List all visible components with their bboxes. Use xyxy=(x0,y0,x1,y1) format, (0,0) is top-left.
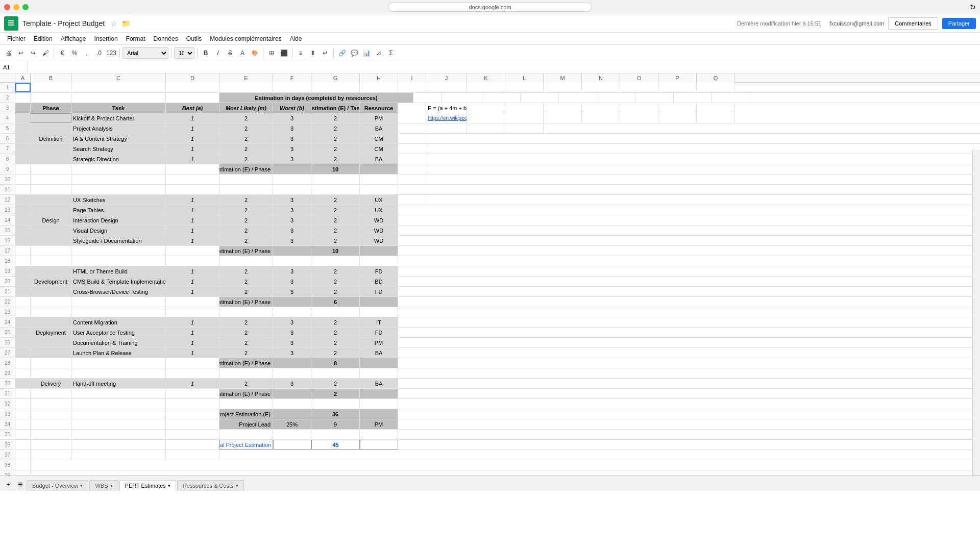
cell-g35[interactable] xyxy=(311,430,360,439)
cell-g32[interactable] xyxy=(311,399,360,409)
cell-a24[interactable] xyxy=(15,317,31,327)
cell-c32[interactable] xyxy=(71,399,166,409)
cell-i10[interactable] xyxy=(398,174,426,184)
cell-i9[interactable] xyxy=(398,164,426,174)
cell-a20[interactable] xyxy=(15,277,31,286)
cell-a36[interactable] xyxy=(15,440,31,449)
cell-l2[interactable] xyxy=(521,93,559,103)
window-controls[interactable] xyxy=(4,4,29,10)
cell-g23[interactable] xyxy=(311,307,360,317)
format-num-btn[interactable]: 123 xyxy=(106,47,117,59)
fill-color-btn[interactable]: 🎨 xyxy=(249,47,260,59)
cell-b17[interactable] xyxy=(31,246,71,256)
cell-h29[interactable] xyxy=(360,368,398,378)
cell-a35[interactable] xyxy=(15,430,31,439)
undo-btn[interactable]: ↩ xyxy=(15,47,27,59)
cell-f17[interactable] xyxy=(273,246,311,256)
cell-c9[interactable] xyxy=(71,164,166,174)
cell-n3[interactable] xyxy=(582,103,620,113)
maximize-button[interactable] xyxy=(22,4,29,10)
cell-k4[interactable] xyxy=(467,113,505,123)
align-btn[interactable]: ≡ xyxy=(295,47,306,59)
cell-a22[interactable] xyxy=(15,297,31,307)
cell-e32[interactable] xyxy=(219,399,273,409)
cell-p2[interactable] xyxy=(674,93,712,103)
cell-d22[interactable] xyxy=(166,297,219,307)
link-btn[interactable]: 🔗 xyxy=(336,47,348,59)
cell-m3[interactable] xyxy=(544,103,582,113)
cell-c23[interactable] xyxy=(71,307,166,317)
cell-m1[interactable] xyxy=(544,83,582,92)
cell-e23[interactable] xyxy=(219,307,273,317)
sheets-menu-button[interactable]: ≡ xyxy=(14,479,27,491)
cell-c18[interactable] xyxy=(71,256,166,266)
cell-b2[interactable] xyxy=(31,93,71,103)
col-header-m[interactable]: M xyxy=(544,73,582,83)
cell-a15[interactable] xyxy=(15,226,31,235)
col-header-i[interactable]: I xyxy=(398,73,426,83)
cell-f36[interactable] xyxy=(273,440,311,449)
cell-b31[interactable] xyxy=(31,389,71,398)
cell-c1[interactable] xyxy=(71,83,166,92)
cell-o1[interactable] xyxy=(620,83,658,92)
cell-b22[interactable] xyxy=(31,297,71,307)
tab-budget-chevron[interactable]: ▾ xyxy=(80,483,83,488)
cell-j5[interactable] xyxy=(426,123,467,133)
cell-h11[interactable] xyxy=(360,185,398,194)
tab-wbs[interactable]: WBS ▾ xyxy=(89,480,118,491)
cell-q3[interactable] xyxy=(697,103,735,113)
borders-btn[interactable]: ⊞ xyxy=(266,47,277,59)
cell-c34[interactable] xyxy=(71,419,166,429)
comment-btn[interactable]: 💬 xyxy=(349,47,360,59)
function-btn[interactable]: Σ xyxy=(385,47,397,59)
cell-c28[interactable] xyxy=(71,358,166,368)
cell-e1[interactable] xyxy=(219,83,273,92)
cell-h31[interactable] xyxy=(360,389,398,398)
cell-e10[interactable] xyxy=(219,174,273,184)
tab-wbs-chevron[interactable]: ▾ xyxy=(110,483,113,488)
cell-n2[interactable] xyxy=(597,93,635,103)
percent-btn[interactable]: % xyxy=(69,47,80,59)
cell-o3[interactable] xyxy=(620,103,658,113)
cell-b8[interactable] xyxy=(31,154,71,164)
cell-f35[interactable] xyxy=(273,430,311,439)
cell-e18[interactable] xyxy=(219,256,273,266)
cell-a31[interactable] xyxy=(15,389,31,398)
cell-a18[interactable] xyxy=(15,256,31,266)
cell-b36[interactable] xyxy=(31,440,71,449)
cell-j2[interactable] xyxy=(442,93,482,103)
cell-p4[interactable] xyxy=(658,113,697,123)
cell-a26[interactable] xyxy=(15,338,31,347)
col-header-k[interactable]: K xyxy=(467,73,505,83)
cell-b23[interactable] xyxy=(31,307,71,317)
menu-modules[interactable]: Modules complémentaires xyxy=(206,34,285,43)
cell-j3[interactable]: E = (a + 4m + b) / 6 xyxy=(426,103,467,113)
cell-b18[interactable] xyxy=(31,256,71,266)
font-size-select[interactable]: 10 xyxy=(174,47,194,59)
cell-o2[interactable] xyxy=(635,93,674,103)
col-header-o[interactable]: O xyxy=(620,73,658,83)
cell-m4[interactable] xyxy=(544,113,582,123)
cell-a28[interactable] xyxy=(15,358,31,368)
cell-d2[interactable] xyxy=(166,93,219,103)
cell-k2[interactable] xyxy=(482,93,521,103)
cell-h17[interactable] xyxy=(360,246,398,256)
menu-affichage[interactable]: Affichage xyxy=(57,34,90,43)
cell-a3[interactable] xyxy=(15,103,31,113)
cell-b26[interactable] xyxy=(31,338,71,347)
cell-d36[interactable] xyxy=(166,440,219,449)
cell-i7[interactable] xyxy=(398,144,426,154)
cell-l5[interactable] xyxy=(505,123,544,133)
col-header-j[interactable]: J xyxy=(426,73,467,83)
chart-btn[interactable]: 📊 xyxy=(361,47,372,59)
cell-f23[interactable] xyxy=(273,307,311,317)
cell-d11[interactable] xyxy=(166,185,219,194)
cell-i12[interactable] xyxy=(398,195,426,205)
cell-d37[interactable] xyxy=(166,450,219,460)
menu-donnees[interactable]: Données xyxy=(150,34,182,43)
cell-h28[interactable] xyxy=(360,358,398,368)
cell-l1[interactable] xyxy=(505,83,544,92)
cell-c17[interactable] xyxy=(71,246,166,256)
cell-g1[interactable] xyxy=(311,83,360,92)
cell-a34[interactable] xyxy=(15,419,31,429)
